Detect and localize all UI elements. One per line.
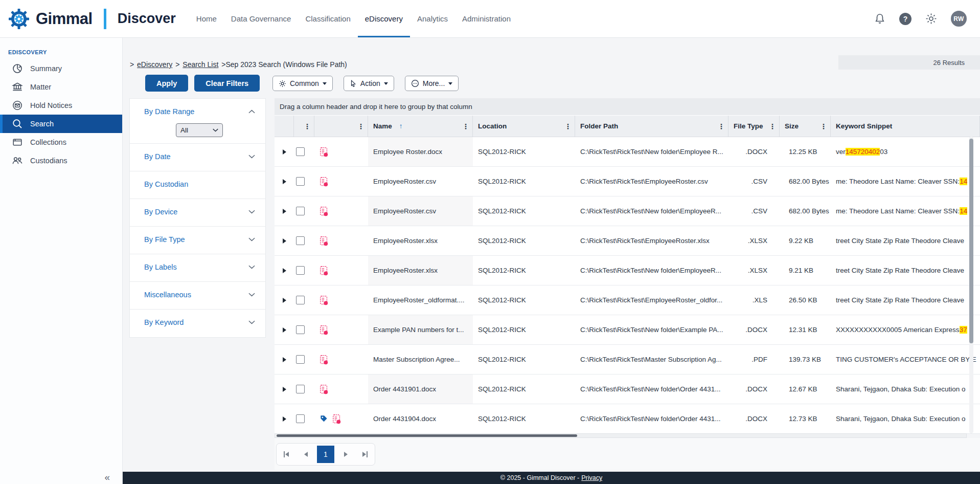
column-header-folder-path[interactable]: Folder Path⋮ <box>575 116 728 137</box>
vertical-scrollbar-thumb[interactable] <box>969 139 973 343</box>
horizontal-scrollbar-thumb[interactable] <box>277 434 577 437</box>
column-menu-icon[interactable]: ⋮ <box>769 122 776 130</box>
column-menu-icon[interactable]: ⋮ <box>462 122 469 130</box>
row-checkbox[interactable] <box>296 414 305 423</box>
row-checkbox[interactable] <box>296 385 305 393</box>
row-checkbox[interactable] <box>296 325 305 334</box>
help-icon[interactable]: ? <box>899 13 911 25</box>
filter-section-label[interactable]: By Keyword <box>144 318 184 326</box>
nav-item-classification[interactable]: Classification <box>298 0 357 37</box>
chevron-down-icon[interactable] <box>248 155 255 159</box>
sidebar-item-custodians[interactable]: Custodians <box>0 151 122 170</box>
nav-item-ediscovery[interactable]: eDiscovery <box>358 0 410 37</box>
clear-filters-button[interactable]: Clear Filters <box>194 75 260 92</box>
row-expand-icon[interactable] <box>283 298 286 303</box>
cell-folder-path: C:\RickTest\RickTest\New folder\Example … <box>575 315 728 344</box>
vertical-scrollbar[interactable] <box>969 137 973 433</box>
filter-section-label[interactable]: Miscellaneous <box>144 291 191 299</box>
row-checkbox[interactable] <box>296 236 305 245</box>
row-checkbox[interactable] <box>296 177 305 186</box>
table-row[interactable]: EmployeeRoster.csvSQL2012-RICKC:\RickTes… <box>275 167 980 196</box>
filter-section-label[interactable]: By Custodian <box>144 180 188 188</box>
chevron-down-icon[interactable] <box>248 293 255 297</box>
chevron-down-icon[interactable] <box>248 265 255 269</box>
nav-item-data-governance[interactable]: Data Governance <box>224 0 299 37</box>
row-expand-icon[interactable] <box>283 179 286 184</box>
column-menu-icon[interactable]: ⋮ <box>304 122 311 130</box>
table-row[interactable]: Order 4431904.docxSQL2012-RICKC:\RickTes… <box>275 404 980 434</box>
row-checkbox[interactable] <box>296 266 305 275</box>
table-row[interactable]: EmployeeRoster.xlsxSQL2012-RICKC:\RickTe… <box>275 256 980 285</box>
breadcrumb-link-search-list[interactable]: Search List <box>183 60 218 69</box>
filter-section-label[interactable]: By File Type <box>144 235 185 244</box>
apply-button[interactable]: Apply <box>145 75 188 92</box>
date-range-select[interactable]: All <box>176 123 223 137</box>
sidebar-item-hold-notices[interactable]: Hold Notices <box>0 96 122 115</box>
row-checkbox[interactable] <box>296 147 305 156</box>
column-menu-icon[interactable]: ⋮ <box>357 122 364 130</box>
common-dropdown-button[interactable]: Common <box>272 76 333 91</box>
date-range-select-value: All <box>180 126 188 134</box>
row-checkbox[interactable] <box>296 296 305 304</box>
column-menu-icon[interactable]: ⋮ <box>820 122 827 130</box>
column-header-keyword-snippet[interactable]: Keyword Snippet <box>831 116 980 137</box>
sidebar-item-search[interactable]: Search <box>0 115 122 133</box>
row-expand-icon[interactable] <box>283 238 286 244</box>
cell-folder-path: C:\RickTest\RickTest\EmployeeRoster_oldf… <box>575 285 728 315</box>
column-header-name[interactable]: Name↑⋮ <box>368 116 473 137</box>
column-header-file-type[interactable]: File Type⋮ <box>728 116 780 137</box>
filter-section-label[interactable]: By Labels <box>144 263 177 271</box>
bell-icon[interactable] <box>874 13 886 25</box>
nav-item-home[interactable]: Home <box>189 0 224 37</box>
chevron-down-icon[interactable] <box>248 320 255 324</box>
pager-previous-button[interactable] <box>296 444 315 465</box>
sidebar-item-collections[interactable]: Collections <box>0 133 122 151</box>
breadcrumb-link-ediscovery[interactable]: eDiscovery <box>137 60 172 69</box>
horizontal-scrollbar[interactable] <box>275 433 967 438</box>
chevron-up-icon[interactable] <box>248 109 255 114</box>
row-expand-icon[interactable] <box>283 416 286 422</box>
table-row[interactable]: Employee Roster.docxSQL2012-RICKC:\RickT… <box>275 137 980 167</box>
chevron-down-icon[interactable] <box>248 237 255 241</box>
cell-keyword-snippet: Sharani, Tejgaon, Dhaka Sub: Execution o <box>831 404 980 433</box>
sidebar-item-summary[interactable]: Summary <box>0 59 122 78</box>
nav-item-administration[interactable]: Administration <box>455 0 518 37</box>
table-row[interactable]: Master Subscription Agree...SQL2012-RICK… <box>275 345 980 375</box>
table-row[interactable]: EmployeeRoster_oldformat....SQL2012-RICK… <box>275 285 980 315</box>
row-expand-icon[interactable] <box>283 387 286 392</box>
row-checkbox[interactable] <box>296 207 305 215</box>
group-drop-zone[interactable]: Drag a column header and drop it here to… <box>275 98 980 116</box>
table-row[interactable]: Order 4431901.docxSQL2012-RICKC:\RickTes… <box>275 375 980 404</box>
more-dropdown-button[interactable]: More... <box>405 76 459 91</box>
action-dropdown-button[interactable]: Action <box>344 76 394 91</box>
table-row[interactable]: Example PAN numbers for t...SQL2012-RICK… <box>275 315 980 345</box>
row-checkbox[interactable] <box>296 355 305 364</box>
app-logo[interactable]: Gimmal Discover <box>7 7 176 31</box>
sidebar-item-matter[interactable]: Matter <box>0 78 122 96</box>
row-expand-icon[interactable] <box>283 268 286 273</box>
cell-name: Example PAN numbers for t... <box>368 315 473 344</box>
avatar[interactable]: RW <box>951 11 967 27</box>
table-row[interactable]: EmployeeRoster.csvSQL2012-RICKC:\RickTes… <box>275 196 980 226</box>
chevron-down-icon[interactable] <box>248 210 255 214</box>
filter-section-label[interactable]: By Date <box>144 152 171 161</box>
row-expand-icon[interactable] <box>283 327 286 333</box>
pager-page-1[interactable]: 1 <box>317 446 334 463</box>
pager-first-button[interactable] <box>277 444 296 465</box>
row-expand-icon[interactable] <box>283 209 286 214</box>
pager-last-button[interactable] <box>355 444 375 465</box>
pager-next-button[interactable] <box>336 444 355 465</box>
filter-section-label[interactable]: By Date Range <box>144 107 194 116</box>
column-menu-icon[interactable]: ⋮ <box>718 122 725 130</box>
gear-icon[interactable] <box>925 12 938 25</box>
row-expand-icon[interactable] <box>283 357 286 362</box>
column-menu-icon[interactable]: ⋮ <box>564 122 572 130</box>
column-header-size[interactable]: Size⋮ <box>780 116 831 137</box>
table-row[interactable]: EmployeeRoster.xlsxSQL2012-RICKC:\RickTe… <box>275 226 980 256</box>
row-expand-icon[interactable] <box>283 149 286 155</box>
nav-item-analytics[interactable]: Analytics <box>410 0 455 37</box>
column-header-location[interactable]: Location⋮ <box>473 116 575 137</box>
footer-privacy-link[interactable]: Privacy <box>581 474 602 481</box>
filter-section-label[interactable]: By Device <box>144 208 177 216</box>
sidebar-collapse-button[interactable]: « <box>104 472 110 483</box>
